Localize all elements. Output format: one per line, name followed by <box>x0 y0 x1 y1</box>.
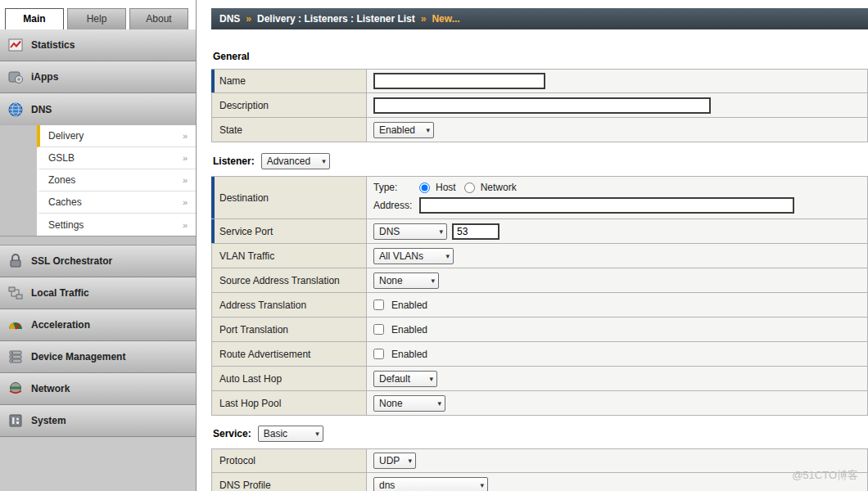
sidebar-item-gslb[interactable]: GSLB <box>37 147 196 169</box>
destination-address-input[interactable] <box>419 197 794 214</box>
submenu-panel: Delivery GSLB Zones Caches Settings <box>37 125 196 236</box>
sidebar-item-delivery[interactable]: Delivery <box>37 125 196 147</box>
tab-main[interactable]: Main <box>5 8 64 29</box>
table-row-description: Description <box>211 93 868 118</box>
table-row-destination: Destination Type: Host Network Address: <box>211 176 868 219</box>
address-translation-checkbox-label: Enabled <box>391 300 427 311</box>
sidebar-item-ssl-orchestrator[interactable]: SSL Orchestrator <box>0 246 196 277</box>
sidebar-item-iapps[interactable]: iApps <box>0 61 196 93</box>
row-label-destination: Destination <box>211 177 367 218</box>
sidebar-item-label: DNS <box>31 104 52 115</box>
service-section-header: Service: Basic <box>213 426 868 442</box>
table-row-state: State Enabled <box>211 118 868 142</box>
table-row-last-hop-pool: Last Hop Pool None <box>211 391 868 416</box>
row-label-description: Description <box>211 93 367 117</box>
breadcrumb-root[interactable]: DNS <box>219 13 240 25</box>
sidebar-item-label: Acceleration <box>31 319 90 331</box>
device-management-icon <box>7 348 25 366</box>
breadcrumb: DNS Delivery : Listeners : Listener List… <box>211 8 868 29</box>
description-input[interactable] <box>373 97 711 114</box>
sidebar-item-label: Network <box>31 383 70 394</box>
sidebar-item-network[interactable]: Network <box>0 373 196 405</box>
row-value-address-translation: Enabled <box>367 293 868 317</box>
submenu-arrow-icon <box>183 197 188 207</box>
submenu-item-label: GSLB <box>48 152 75 164</box>
row-value-name <box>367 70 868 92</box>
source-address-translation-select[interactable]: None <box>373 273 439 289</box>
sidebar-item-caches[interactable]: Caches <box>37 191 196 214</box>
row-value-state: Enabled <box>367 118 868 142</box>
general-table: Name Description State Enabled <box>211 69 868 142</box>
sidebar-item-label: System <box>31 415 66 426</box>
tab-about[interactable]: About <box>129 8 188 29</box>
chevron-down-icon <box>315 430 319 438</box>
listener-table: Destination Type: Host Network Address: <box>211 176 868 416</box>
name-input[interactable] <box>373 73 545 89</box>
listener-section-header: Listener: Advanced <box>213 153 868 169</box>
row-value-destination: Type: Host Network Address: <box>367 177 868 218</box>
service-port-select[interactable]: DNS <box>373 223 447 240</box>
statistics-icon <box>7 36 25 54</box>
destination-type-label: Type: <box>373 182 416 193</box>
port-translation-checkbox[interactable] <box>373 324 384 335</box>
route-advertisement-checkbox[interactable] <box>373 349 384 359</box>
sidebar-item-dns[interactable]: DNS <box>0 93 196 125</box>
ssl-orchestrator-icon <box>7 252 25 270</box>
destination-host-label: Host <box>436 182 456 193</box>
protocol-select[interactable]: UDP <box>373 453 416 469</box>
tab-help[interactable]: Help <box>67 8 126 29</box>
table-row-source-address-translation: Source Address Translation None <box>211 268 868 293</box>
chevron-down-icon <box>431 277 435 285</box>
chevron-down-icon <box>445 252 450 260</box>
table-row-protocol: Protocol UDP <box>211 448 868 473</box>
submenu-arrow-icon <box>183 220 188 230</box>
last-hop-pool-select[interactable]: None <box>373 395 445 412</box>
destination-network-radio[interactable] <box>464 182 475 193</box>
sidebar-item-statistics[interactable]: Statistics <box>0 29 196 61</box>
system-icon <box>7 412 25 430</box>
sidebar-item-device-management[interactable]: Device Management <box>0 341 196 373</box>
address-translation-checkbox[interactable] <box>373 300 384 310</box>
chevron-down-icon <box>408 457 412 465</box>
table-row-address-translation: Address Translation Enabled <box>211 293 868 318</box>
dns-submenu: Delivery GSLB Zones Caches Settings <box>0 125 196 236</box>
listener-mode-select[interactable]: Advanced <box>261 153 330 169</box>
sidebar-item-label: Statistics <box>31 39 75 51</box>
vlan-traffic-select[interactable]: All VLANs <box>373 248 454 264</box>
sidebar-item-system[interactable]: System <box>0 405 196 437</box>
sidebar-item-acceleration[interactable]: Acceleration <box>0 309 196 341</box>
general-section-header: General <box>213 51 868 62</box>
chevron-down-icon <box>439 227 443 236</box>
chevron-down-icon <box>426 126 430 134</box>
row-label-address-translation: Address Translation <box>211 293 367 317</box>
sidebar: Main Help About Statistics iApps DNS <box>0 0 197 491</box>
sidebar-filler <box>0 437 196 491</box>
service-table: Protocol UDP DNS Profile dns <box>211 448 868 491</box>
dns-profile-select[interactable]: dns <box>373 477 488 491</box>
chevron-down-icon <box>322 157 326 165</box>
service-mode-select[interactable]: Basic <box>258 426 323 442</box>
row-value-description <box>367 93 868 117</box>
general-section-title: General <box>213 51 250 62</box>
destination-host-radio[interactable] <box>419 182 430 193</box>
route-advertisement-checkbox-label: Enabled <box>391 349 427 360</box>
chevron-down-icon <box>429 375 433 383</box>
breadcrumb-path[interactable]: Delivery : Listeners : Listener List <box>257 13 415 25</box>
row-label-protocol: Protocol <box>211 449 367 472</box>
submenu-item-label: Settings <box>48 219 84 231</box>
sidebar-item-zones[interactable]: Zones <box>37 169 196 191</box>
table-row-route-advertisement: Route Advertisement Enabled <box>211 342 868 367</box>
submenu-item-label: Zones <box>48 174 75 186</box>
row-value-route-advertisement: Enabled <box>367 342 868 366</box>
submenu-arrow-icon <box>183 153 188 163</box>
service-section-title: Service: <box>213 428 251 439</box>
auto-last-hop-select[interactable]: Default <box>373 371 437 387</box>
watermark: @51CTO博客 <box>792 468 858 483</box>
table-row-auto-last-hop: Auto Last Hop Default <box>211 367 868 391</box>
state-select[interactable]: Enabled <box>373 122 434 138</box>
sidebar-item-settings[interactable]: Settings <box>37 214 196 236</box>
sidebar-item-local-traffic[interactable]: Local Traffic <box>0 277 196 309</box>
table-row-vlan-traffic: VLAN Traffic All VLANs <box>211 244 868 268</box>
service-port-input[interactable] <box>452 223 500 240</box>
breadcrumb-current[interactable]: New... <box>432 13 459 25</box>
